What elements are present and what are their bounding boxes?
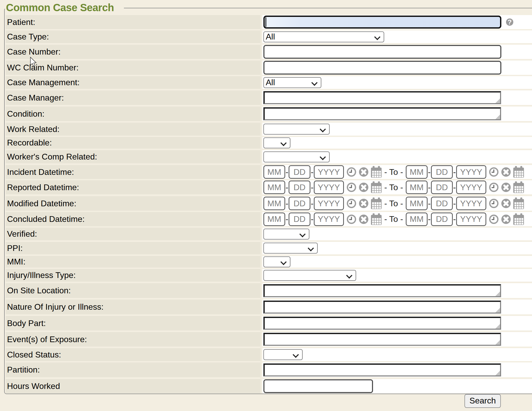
svg-text:?: ? xyxy=(508,18,512,26)
